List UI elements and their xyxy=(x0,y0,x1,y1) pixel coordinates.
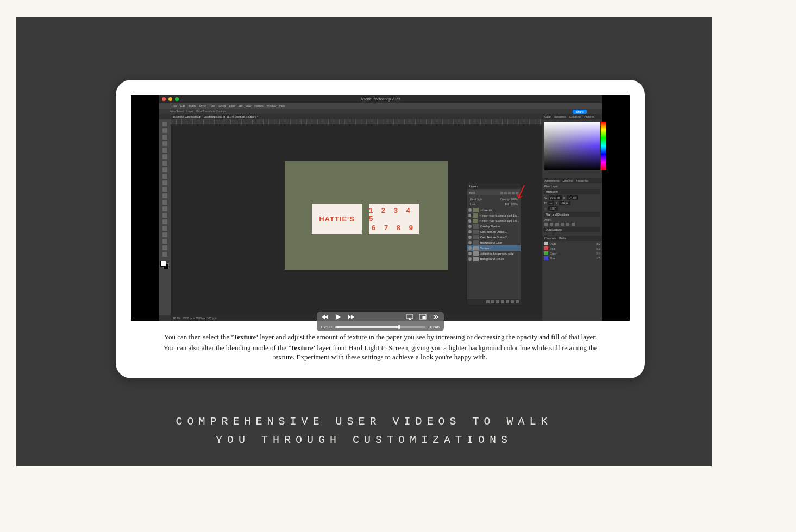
path-tool-icon[interactable] xyxy=(162,232,167,237)
layer-row[interactable]: Texture xyxy=(467,245,521,251)
menu-item[interactable]: Layer xyxy=(199,104,206,107)
window-traffic-lights[interactable] xyxy=(162,97,179,101)
channel-row[interactable]: Green⌘4 xyxy=(542,251,602,256)
tab-gradients[interactable]: Gradients xyxy=(569,115,581,118)
eraser-tool-icon[interactable] xyxy=(162,193,167,198)
heal-tool-icon[interactable] xyxy=(162,167,167,172)
filter-icon[interactable] xyxy=(500,192,503,194)
tab-channels[interactable]: Channels xyxy=(544,237,556,240)
menu-item[interactable]: Filter xyxy=(229,104,235,107)
layer-name[interactable]: Texture xyxy=(480,246,489,250)
tab-adjustments[interactable]: Adjustments xyxy=(544,179,560,182)
angle-field[interactable]: 0.00° xyxy=(548,206,558,211)
fill-value[interactable]: 100% xyxy=(511,202,518,206)
visibility-icon[interactable] xyxy=(468,246,472,250)
visibility-icon[interactable] xyxy=(468,241,472,244)
menu-item[interactable]: Image xyxy=(189,104,196,107)
tab-libraries[interactable]: Libraries xyxy=(563,179,573,182)
layer-row[interactable]: Card Texture Option 1 xyxy=(467,229,521,235)
opt-transform[interactable]: Show Transform Controls xyxy=(196,110,226,113)
play-icon[interactable] xyxy=(334,313,342,321)
move-tool-icon[interactable] xyxy=(162,122,167,126)
mask-icon[interactable] xyxy=(496,300,499,303)
layers-panel[interactable]: Layers Kind Hard Light Opacity: 100% Loc… xyxy=(467,183,521,305)
status-zoom[interactable]: 18.7% xyxy=(173,316,180,320)
color-panel-tabs[interactable]: Color Swatches Gradients Patterns xyxy=(542,114,602,119)
layer-name[interactable]: Background Color xyxy=(480,241,502,244)
adjustment-icon[interactable] xyxy=(501,300,504,303)
align-buttons[interactable] xyxy=(544,223,600,226)
layers-footer[interactable] xyxy=(467,299,521,305)
tab-properties[interactable]: Properties xyxy=(576,179,589,182)
gradient-tool-icon[interactable] xyxy=(162,200,167,205)
frame-tool-icon[interactable] xyxy=(162,154,167,159)
tab-color[interactable]: Color xyxy=(544,115,551,118)
brush-tool-icon[interactable] xyxy=(162,174,167,179)
properties-panel-tabs[interactable]: Adjustments Libraries Properties xyxy=(542,178,602,183)
blur-tool-icon[interactable] xyxy=(162,206,167,211)
layer-row[interactable]: Adjust the background color xyxy=(467,251,521,256)
visibility-icon[interactable] xyxy=(468,214,471,217)
layer-name[interactable]: Card Texture Option 2 xyxy=(480,236,507,239)
pip-icon[interactable] xyxy=(419,313,427,321)
history-brush-tool-icon[interactable] xyxy=(162,187,167,192)
filter-kind-label[interactable]: Kind xyxy=(469,191,475,194)
right-panels[interactable]: Color Swatches Gradients Patterns Adjust… xyxy=(542,114,602,321)
filter-icon[interactable] xyxy=(504,192,507,194)
ps-toolbar[interactable] xyxy=(159,119,171,315)
h-field[interactable]: — xyxy=(548,201,554,205)
maximize-icon[interactable] xyxy=(175,97,179,101)
canvas-zone[interactable]: HATTIE'S 1 2 3 4 5 6 7 8 9 Layers Kind xyxy=(171,124,542,315)
menu-item[interactable]: 3D xyxy=(239,104,242,107)
align-bottom-icon[interactable] xyxy=(572,223,575,226)
w-field[interactable]: 5949 px xyxy=(549,195,562,200)
layer-name[interactable]: Adjust the background color xyxy=(480,252,514,255)
visibility-icon[interactable] xyxy=(468,252,472,255)
crop-tool-icon[interactable] xyxy=(162,148,167,153)
new-layer-icon[interactable] xyxy=(511,300,514,303)
share-button[interactable]: Share xyxy=(573,110,587,114)
layer-row[interactable]: Overlay Shadow xyxy=(467,224,521,229)
rewind-icon[interactable] xyxy=(321,313,329,321)
transform-section-title[interactable]: Transform xyxy=(544,189,600,194)
dodge-tool-icon[interactable] xyxy=(162,213,167,218)
more-icon[interactable] xyxy=(432,313,440,321)
link-layers-icon[interactable] xyxy=(486,300,490,303)
channel-row[interactable]: Red⌘3 xyxy=(542,246,602,251)
canvas-artboard[interactable]: HATTIE'S 1 2 3 4 5 6 7 8 9 xyxy=(285,161,448,270)
fx-icon[interactable] xyxy=(491,300,494,303)
fg-color-icon[interactable] xyxy=(160,261,166,267)
document-tab[interactable]: Business Card Mockup – Landscape.psd @ 1… xyxy=(171,114,260,119)
layers-filter-row[interactable]: Kind xyxy=(468,190,519,195)
blend-mode-row[interactable]: Hard Light Opacity: 100% xyxy=(468,197,519,202)
align-vcenter-icon[interactable] xyxy=(566,223,569,226)
hue-slider[interactable] xyxy=(601,122,606,170)
layer-name[interactable]: Overlay Shadow xyxy=(480,225,500,228)
minimize-icon[interactable] xyxy=(168,97,172,101)
layer-row[interactable]: Background texture xyxy=(467,256,521,262)
menu-item[interactable]: Type xyxy=(209,104,215,107)
seek-slider[interactable] xyxy=(335,326,425,328)
lock-row[interactable]: Lock: Fill: 100% xyxy=(468,202,519,206)
layer-name[interactable]: Background texture xyxy=(480,257,504,261)
visibility-icon[interactable] xyxy=(468,225,472,228)
align-left-icon[interactable] xyxy=(544,223,548,226)
layer-row[interactable]: Background Color xyxy=(467,240,521,245)
airplay-icon[interactable] xyxy=(406,313,413,321)
align-section-title[interactable]: Align and Distribute xyxy=(544,212,600,217)
blend-mode-select[interactable]: Hard Light xyxy=(470,198,482,201)
layer-name[interactable]: > Insert tr… xyxy=(480,208,494,212)
visibility-icon[interactable] xyxy=(468,230,472,233)
menu-item[interactable]: Help xyxy=(279,104,285,107)
layer-row[interactable]: > Insert tr… xyxy=(467,207,521,213)
layer-name[interactable]: > Insert your business card 1 art here xyxy=(479,214,519,217)
menu-item[interactable]: View xyxy=(245,104,251,107)
color-swatch[interactable] xyxy=(160,261,169,269)
visibility-icon[interactable] xyxy=(468,257,472,261)
trash-icon[interactable] xyxy=(516,300,519,303)
marquee-tool-icon[interactable] xyxy=(162,128,167,133)
channel-row[interactable]: RGB⌘2 xyxy=(542,241,602,246)
ps-options-bar[interactable]: Auto-Select: Layer Show Transform Contro… xyxy=(159,109,602,114)
layer-row[interactable]: > Insert your business card 1 art here xyxy=(467,213,521,218)
stamp-tool-icon[interactable] xyxy=(162,180,167,185)
